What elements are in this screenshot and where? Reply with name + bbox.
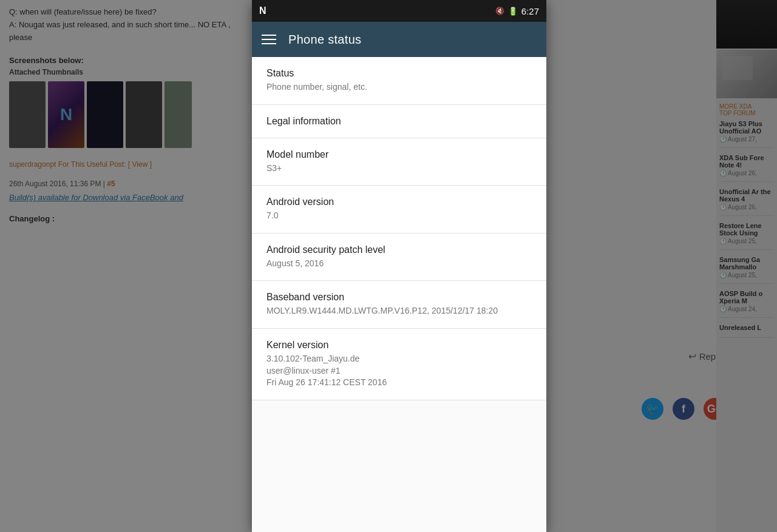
settings-item-baseband-subtitle: MOLY.LR9.W1444.MD.LWTG.MP.V16.P12, 2015/…: [266, 305, 532, 317]
settings-item-model[interactable]: Model number S3+: [252, 138, 546, 186]
status-bar: N 🔇 🔋 6:27: [252, 0, 546, 22]
app-bar-title: Phone status: [288, 33, 361, 47]
settings-item-android-version[interactable]: Android version 7.0: [252, 186, 546, 234]
settings-item-status-subtitle: Phone number, signal, etc.: [266, 81, 532, 93]
mute-icon: 🔇: [495, 7, 504, 15]
settings-item-baseband[interactable]: Baseband version MOLY.LR9.W1444.MD.LWTG.…: [252, 281, 546, 329]
settings-item-model-subtitle: S3+: [266, 163, 532, 175]
settings-item-android-version-subtitle: 7.0: [266, 210, 532, 222]
battery-icon: 🔋: [508, 7, 518, 16]
settings-item-baseband-title: Baseband version: [266, 292, 532, 303]
hamburger-line-1: [262, 35, 276, 36]
status-time: 6:27: [521, 6, 539, 16]
settings-list: Status Phone number, signal, etc. Legal …: [252, 57, 546, 532]
hamburger-menu[interactable]: [262, 35, 276, 44]
settings-item-security-patch-subtitle: August 5, 2016: [266, 258, 532, 270]
hamburger-line-2: [262, 39, 276, 40]
settings-item-model-title: Model number: [266, 149, 532, 160]
settings-item-status[interactable]: Status Phone number, signal, etc.: [252, 57, 546, 105]
settings-item-legal[interactable]: Legal information: [252, 105, 546, 138]
settings-item-kernel-title: Kernel version: [266, 340, 532, 351]
app-bar: Phone status: [252, 22, 546, 57]
status-bar-right: 🔇 🔋 6:27: [495, 6, 539, 16]
settings-item-legal-title: Legal information: [266, 116, 532, 127]
settings-item-security-patch[interactable]: Android security patch level August 5, 2…: [252, 234, 546, 281]
hamburger-line-3: [262, 43, 276, 44]
settings-item-android-version-title: Android version: [266, 197, 532, 207]
settings-item-kernel[interactable]: Kernel version 3.10.102-Team_Jiayu.de us…: [252, 329, 546, 400]
settings-item-status-title: Status: [266, 68, 532, 79]
phone-dialog: N 🔇 🔋 6:27 Phone status Status Phone num…: [252, 0, 546, 532]
nougat-n-icon: N: [259, 5, 266, 16]
status-bar-left: N: [259, 5, 266, 16]
settings-item-security-patch-title: Android security patch level: [266, 244, 532, 255]
settings-item-kernel-subtitle: 3.10.102-Team_Jiayu.de user@linux-user #…: [266, 353, 532, 389]
